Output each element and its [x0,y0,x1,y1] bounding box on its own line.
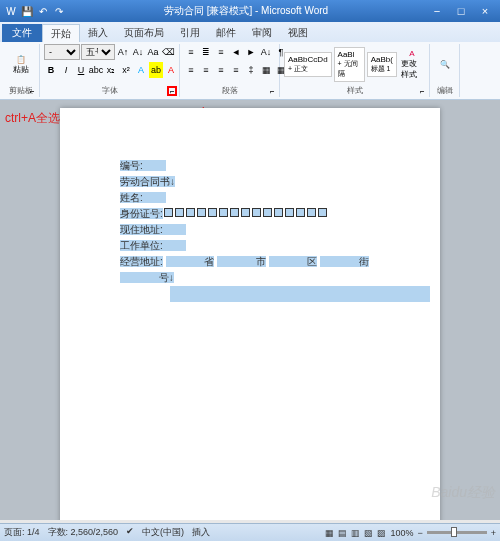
increase-indent-icon[interactable]: ► [244,44,258,60]
paste-button[interactable]: 📋 粘贴 [6,45,35,85]
align-left-icon[interactable]: ≡ [184,62,198,78]
titlebar: W 💾 ↶ ↷ 劳动合同 [兼容模式] - Microsoft Word − □… [0,0,500,22]
clear-format-icon[interactable]: ⌫ [161,44,175,60]
view-read-icon[interactable]: ▤ [338,528,347,538]
group-font: - 五号 A↑ A↓ Aa ⌫ B I U abc x₂ x² A ab A 字… [40,44,180,97]
clipboard-launcher[interactable]: ⌐ [27,86,37,96]
tab-review[interactable]: 审阅 [244,24,280,42]
zoom-out-button[interactable]: − [417,528,422,538]
close-button[interactable]: × [474,3,496,19]
underline-button[interactable]: U [74,62,88,78]
highlight-icon[interactable]: ab [149,62,163,78]
styles-icon: A [409,49,414,58]
doc-line: 劳动合同书↓ [120,174,380,190]
view-outline-icon[interactable]: ▧ [364,528,373,538]
word-icon: W [4,4,18,18]
view-web-icon[interactable]: ▥ [351,528,360,538]
doc-line: 姓名: [120,190,380,206]
group-paragraph: ≡ ≣ ≡ ◄ ► A↓ ¶ ≡ ≡ ≡ ≡ ‡ ▦ ▦ 段落 ⌐ [180,44,280,97]
editing-group-label: 编辑 [434,85,455,97]
paste-label: 粘贴 [13,64,29,75]
view-print-icon[interactable]: ▦ [325,528,334,538]
align-right-icon[interactable]: ≡ [214,62,228,78]
undo-icon[interactable]: ↶ [36,4,50,18]
tab-view[interactable]: 视图 [280,24,316,42]
clipboard-icon: 📋 [16,55,26,64]
strike-button[interactable]: abc [89,62,103,78]
zoom-thumb[interactable] [451,527,457,537]
style-nospace[interactable]: AaBl + 无间隔 [334,47,365,82]
styles-group-label: 样式 [284,85,425,97]
language-status[interactable]: 中文(中国) [142,526,184,539]
tab-mailings[interactable]: 邮件 [208,24,244,42]
proofing-icon[interactable]: ✔ [126,526,134,539]
para-group-label: 段落 [184,85,275,97]
decrease-indent-icon[interactable]: ◄ [229,44,243,60]
doc-line: 工作单位: [120,238,380,254]
save-icon[interactable]: 💾 [20,4,34,18]
grow-font-icon[interactable]: A↑ [116,44,130,60]
zoom-in-button[interactable]: + [491,528,496,538]
doc-line: 编号: [120,158,380,174]
insert-mode[interactable]: 插入 [192,526,210,539]
change-case-icon[interactable]: Aa [146,44,160,60]
numbering-icon[interactable]: ≣ [199,44,213,60]
minimize-button[interactable]: − [426,3,448,19]
statusbar: 页面: 1/4 字数: 2,560/2,560 ✔ 中文(中国) 插入 ▦ ▤ … [0,523,500,541]
superscript-button[interactable]: x² [119,62,133,78]
italic-button[interactable]: I [59,62,73,78]
font-name-select[interactable]: - [44,44,80,60]
zoom-level[interactable]: 100% [390,528,413,538]
window-title: 劳动合同 [兼容模式] - Microsoft Word [164,4,328,18]
bullets-icon[interactable]: ≡ [184,44,198,60]
tab-insert[interactable]: 插入 [80,24,116,42]
bold-button[interactable]: B [44,62,58,78]
line-spacing-icon[interactable]: ‡ [244,62,258,78]
font-dialog-launcher[interactable]: ⌐ [167,86,177,96]
page-status[interactable]: 页面: 1/4 [4,526,40,539]
maximize-button[interactable]: □ [450,3,472,19]
subscript-button[interactable]: x₂ [104,62,118,78]
document-area[interactable]: ↑ ctrl+A全选文档以后，点击红框内的箭头，也就是启动字体设置对话框。 编号… [0,100,500,520]
font-size-select[interactable]: 五号 [81,44,115,60]
change-styles-button[interactable]: A 更改样式 [399,45,425,85]
zoom-slider[interactable] [427,531,487,534]
group-styles: AaBbCcDd + 正文 AaBl + 无间隔 AaBb( 标题 1 A 更改… [280,44,430,97]
page: 编号: 劳动合同书↓ 姓名: 身份证号: 现住地址: 工作单位: 经营地址: 省… [60,108,440,520]
multilevel-icon[interactable]: ≡ [214,44,228,60]
group-clipboard: 📋 粘贴 剪贴板 ⌐ [2,44,40,97]
doc-line: 经营地址: 省 市 区 街 号↓ [120,254,380,286]
shading-icon[interactable]: ▦ [259,62,273,78]
para-launcher[interactable]: ⌐ [267,86,277,96]
group-editing: 🔍 编辑 [430,44,460,97]
doc-line [120,286,380,302]
tab-references[interactable]: 引用 [172,24,208,42]
tab-file[interactable]: 文件 [2,24,42,42]
ribbon: 📋 粘贴 剪贴板 ⌐ - 五号 A↑ A↓ Aa ⌫ B I U abc x₂ … [0,42,500,100]
sort-icon[interactable]: A↓ [259,44,273,60]
style-normal[interactable]: AaBbCcDd + 正文 [284,52,332,77]
justify-icon[interactable]: ≡ [229,62,243,78]
align-center-icon[interactable]: ≡ [199,62,213,78]
quick-access: W 💾 ↶ ↷ [4,4,66,18]
tab-layout[interactable]: 页面布局 [116,24,172,42]
text-effects-icon[interactable]: A [134,62,148,78]
shrink-font-icon[interactable]: A↓ [131,44,145,60]
doc-line: 现住地址: [120,222,380,238]
view-draft-icon[interactable]: ▨ [377,528,386,538]
watermark: Baidu经验 [431,484,495,502]
search-icon: 🔍 [440,60,450,69]
find-button[interactable]: 🔍 [434,45,455,85]
font-group-label: 字体 [44,85,175,97]
styles-launcher[interactable]: ⌐ [417,86,427,96]
doc-line: 身份证号: [120,206,380,222]
font-color-icon[interactable]: A [164,62,178,78]
ribbon-tabs: 文件 开始 插入 页面布局 引用 邮件 审阅 视图 [0,22,500,42]
redo-icon[interactable]: ↷ [52,4,66,18]
word-count[interactable]: 字数: 2,560/2,560 [48,526,119,539]
style-heading1[interactable]: AaBb( 标题 1 [367,52,397,77]
tab-home[interactable]: 开始 [42,24,80,42]
